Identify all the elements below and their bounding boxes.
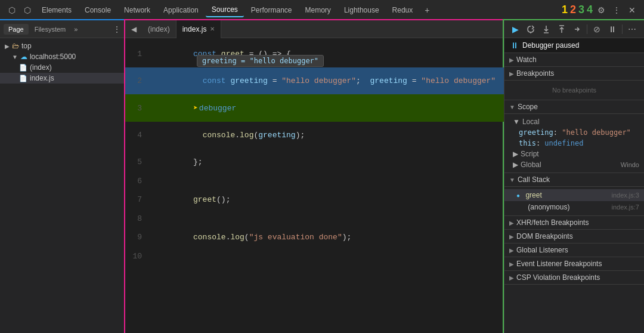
tab-console[interactable]: Console [79, 4, 117, 17]
scope-local-label: Local [522, 118, 540, 126]
scope-global-header[interactable]: ▶ Global Windo [504, 159, 644, 170]
more-icon[interactable]: ⋮ [609, 3, 624, 17]
line-content-7: greet(); [147, 186, 504, 213]
line-num-7: 7 [125, 195, 147, 204]
section-event-listener[interactable]: ▶ Event Listener Breakpoints [504, 257, 644, 271]
annotation-3: 3 [578, 4, 584, 16]
watch-arrow: ▶ [509, 57, 514, 63]
code-line-8: 8 [125, 213, 504, 224]
scope-label: Scope [518, 103, 538, 111]
code-tab-index[interactable]: (index) [142, 20, 177, 38]
scope-global-badge: Windo [621, 161, 639, 168]
line-num-5: 5 [125, 158, 147, 166]
step-into-button[interactable] [539, 22, 553, 36]
tree-label-index: (index) [30, 63, 52, 72]
step-over-button[interactable] [524, 22, 538, 36]
pause-exceptions-button[interactable]: ⏸ [605, 22, 620, 36]
callstack-dot-greet: ● [516, 192, 520, 199]
devtools-icon-2[interactable]: ⬡ [20, 3, 35, 17]
deactivate-button[interactable]: ⊘ [590, 22, 604, 36]
tab-lighthouse[interactable]: Lighthouse [338, 4, 385, 17]
tab-performance[interactable]: Performance [245, 4, 298, 17]
callstack-loc-anon: index.js:7 [612, 204, 639, 211]
resume-button[interactable]: ▶ [508, 22, 522, 36]
dom-arrow: ▶ [509, 233, 514, 240]
code-line-2: 2 const greeting = "hello debugger"; gre… [125, 67, 504, 94]
tree-label-localhost: localhost:5000 [30, 53, 76, 61]
csp-label: CSP Violation Breakpoints [516, 273, 600, 282]
callstack-anon[interactable]: (anonymous) index.js:7 [504, 201, 644, 213]
callstack-arrow: ▼ [509, 177, 515, 183]
code-line-4: 4 console.log(greeting); [125, 122, 504, 149]
code-tab-back[interactable]: ◀ [125, 20, 142, 38]
file-icon-index: 📄 [19, 64, 27, 72]
callstack-greet[interactable]: ● greet index.js:3 [504, 189, 644, 201]
scope-script-label: Script [521, 150, 539, 158]
line-num-1: 1 [125, 50, 147, 58]
section-breakpoints[interactable]: ▶ Breakpoints [504, 67, 644, 81]
code-line-5: 5 }; [125, 149, 504, 175]
step-out-button[interactable] [555, 22, 569, 36]
tab-application[interactable]: Application [157, 4, 205, 17]
debug-separator-1 [587, 24, 587, 34]
tree-item-index-js[interactable]: 📄 index.js [0, 73, 125, 84]
step-button[interactable] [570, 22, 584, 36]
tab-elements[interactable]: Elements [36, 4, 78, 17]
scope-val-greeting: "hello debugger" [562, 128, 631, 137]
scope-key-greeting: greeting [519, 128, 553, 137]
settings-icon[interactable]: ⚙ [594, 3, 608, 17]
sidebar-tab-filesystem[interactable]: Filesystem [30, 24, 71, 35]
section-dom[interactable]: ▶ DOM Breakpoints [504, 230, 644, 243]
callstack-loc-greet: index.js:3 [612, 192, 639, 199]
file-icon-indexjs: 📄 [19, 75, 27, 82]
scope-colon-2: : [536, 139, 544, 147]
debugger-status-text: Debugger paused [522, 41, 579, 50]
section-scope[interactable]: ▼ Scope [504, 100, 644, 114]
scope-this: this: undefined [504, 138, 644, 149]
callstack-label: Call Stack [518, 175, 550, 184]
breakpoints-arrow: ▶ [509, 70, 514, 77]
event-listener-label: Event Listener Breakpoints [516, 260, 602, 268]
pause-status-icon: ⏸ [510, 41, 519, 50]
section-watch[interactable]: ▶ Watch [504, 53, 644, 67]
scope-global-arrow: ▶ [513, 161, 518, 169]
folder-icon-top: 🗁 [12, 42, 19, 50]
tree-item-index-html[interactable]: 📄 (index) [0, 62, 125, 73]
xhr-label: XHR/fetch Breakpoints [516, 218, 589, 227]
close-icon[interactable]: ✕ [625, 3, 639, 17]
more-debug-btn[interactable]: ⋯ [625, 22, 639, 36]
line-num-2: 2 [125, 76, 147, 85]
section-xhr[interactable]: ▶ XHR/fetch Breakpoints [504, 216, 644, 230]
watch-label: Watch [516, 56, 537, 64]
scope-content: ▼ Local greeting: "hello debugger" this:… [504, 114, 644, 173]
scope-script-header[interactable]: ▶ Script [504, 149, 644, 159]
tab-network[interactable]: Network [118, 4, 156, 17]
code-line-6: 6 [125, 175, 504, 186]
devtools-icon-1[interactable]: ⬡ [5, 3, 19, 17]
sidebar-content: ▶ 🗁 top ▼ ☁ localhost:5000 📄 (index) 📄 i… [0, 38, 125, 333]
csp-arrow: ▶ [509, 275, 514, 281]
code-tab-indexjs[interactable]: index.js ✕ [177, 20, 222, 38]
tab-sources[interactable]: Sources [206, 3, 244, 17]
code-tab-close[interactable]: ✕ [210, 26, 215, 32]
code-line-9: 9 console.log("js evaluation done"); [125, 224, 504, 251]
scope-local-arrow: ▼ [513, 118, 520, 126]
scope-local-header[interactable]: ▼ Local [504, 116, 644, 127]
tree-item-localhost[interactable]: ▼ ☁ localhost:5000 [0, 51, 125, 62]
event-listener-arrow: ▶ [509, 261, 514, 267]
dom-label: DOM Breakpoints [516, 232, 573, 240]
section-callstack[interactable]: ▼ Call Stack [504, 173, 644, 187]
tree-item-top[interactable]: ▶ 🗁 top [0, 41, 125, 51]
tab-redux[interactable]: Redux [386, 4, 419, 17]
add-tab-button[interactable]: + [420, 3, 434, 17]
line-content-2: const greeting = "hello debugger"; greet… [147, 67, 504, 94]
section-global-listeners[interactable]: ▶ Global Listeners [504, 243, 644, 257]
tab-memory[interactable]: Memory [299, 4, 337, 17]
code-tab-index-label: (index) [148, 25, 170, 33]
sidebar-dots[interactable]: ⋮ [113, 24, 121, 34]
sidebar-tab-page[interactable]: Page [4, 24, 29, 35]
sidebar-chevron[interactable]: » [72, 24, 80, 34]
section-csp[interactable]: ▶ CSP Violation Breakpoints [504, 271, 644, 285]
breakpoints-label: Breakpoints [516, 69, 554, 78]
tooltip-text: greeting = "hello debugger" [202, 57, 318, 65]
